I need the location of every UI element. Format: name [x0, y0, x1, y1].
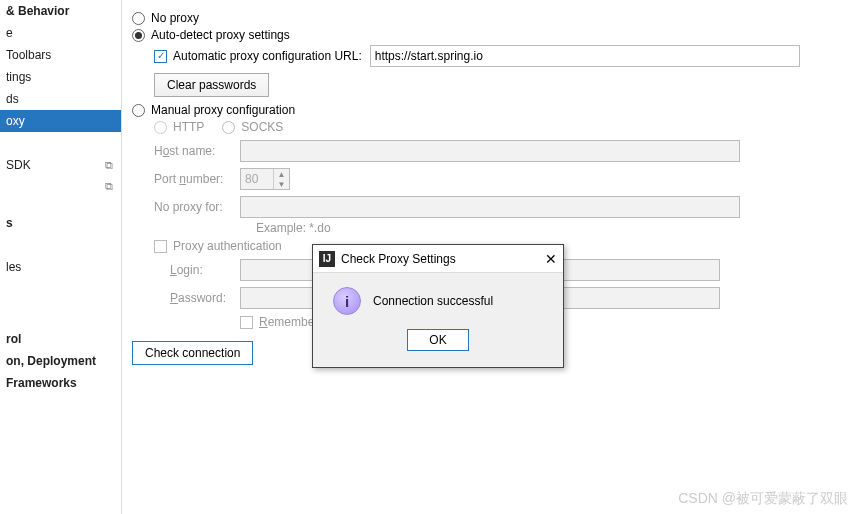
sidebar-item[interactable]: les	[0, 256, 121, 278]
sidebar-item[interactable]: SDK⧉	[0, 154, 121, 176]
example-text: Example: *.do	[256, 221, 331, 235]
copy-icon: ⧉	[105, 159, 117, 171]
sidebar-item[interactable]: & Behavior	[0, 0, 121, 22]
http-radio	[154, 121, 167, 134]
remember-checkbox	[240, 316, 253, 329]
sidebar-item[interactable]: Toolbars	[0, 44, 121, 66]
dialog-title: Check Proxy Settings	[341, 252, 456, 266]
check-connection-button[interactable]: Check connection	[132, 341, 253, 365]
dialog-message: Connection successful	[373, 294, 493, 308]
sidebar-item-proxy[interactable]: oxy	[0, 110, 121, 132]
auto-detect-radio[interactable]	[132, 29, 145, 42]
port-input: ▲▼	[240, 168, 290, 190]
password-label: Password:	[170, 291, 240, 305]
sidebar-item[interactable]: on, Deployment	[0, 350, 121, 372]
socks-label: SOCKS	[241, 120, 283, 134]
close-icon[interactable]: ✕	[545, 251, 557, 267]
settings-sidebar: & Behavior e Toolbars tings ds oxy SDK⧉ …	[0, 0, 122, 514]
auto-url-checkbox[interactable]	[154, 50, 167, 63]
no-proxy-radio[interactable]	[132, 12, 145, 25]
remember-label: Remember	[259, 315, 318, 329]
sidebar-item[interactable]: rol	[0, 328, 121, 350]
check-proxy-dialog: IJ Check Proxy Settings ✕ i Connection s…	[312, 244, 564, 368]
sidebar-item[interactable]: Frameworks	[0, 372, 121, 394]
no-proxy-for-label: No proxy for:	[154, 200, 240, 214]
socks-radio	[222, 121, 235, 134]
login-label: Login:	[170, 263, 240, 277]
info-icon: i	[333, 287, 361, 315]
manual-proxy-radio[interactable]	[132, 104, 145, 117]
copy-icon: ⧉	[105, 180, 117, 192]
watermark: CSDN @被可爱蒙蔽了双眼	[678, 490, 848, 508]
hostname-input	[240, 140, 740, 162]
no-proxy-for-input	[240, 196, 740, 218]
sidebar-item[interactable]: s	[0, 212, 121, 234]
http-label: HTTP	[173, 120, 204, 134]
auto-url-input[interactable]	[370, 45, 800, 67]
spin-down-icon: ▼	[274, 179, 289, 189]
sidebar-item[interactable]: ⧉	[0, 176, 121, 196]
app-icon: IJ	[319, 251, 335, 267]
dialog-titlebar[interactable]: IJ Check Proxy Settings ✕	[313, 245, 563, 273]
proxy-auth-checkbox	[154, 240, 167, 253]
port-label: Port number:	[154, 172, 240, 186]
hostname-label: Host name:	[154, 144, 240, 158]
sidebar-item[interactable]: e	[0, 22, 121, 44]
no-proxy-label: No proxy	[151, 11, 199, 25]
sidebar-item[interactable]: ds	[0, 88, 121, 110]
sidebar-item[interactable]: tings	[0, 66, 121, 88]
auto-detect-label: Auto-detect proxy settings	[151, 28, 290, 42]
manual-proxy-label: Manual proxy configuration	[151, 103, 295, 117]
clear-passwords-button[interactable]: Clear passwords	[154, 73, 269, 97]
spin-up-icon: ▲	[274, 169, 289, 179]
auto-url-label: Automatic proxy configuration URL:	[173, 49, 362, 63]
proxy-auth-label: Proxy authentication	[173, 239, 282, 253]
ok-button[interactable]: OK	[407, 329, 469, 351]
